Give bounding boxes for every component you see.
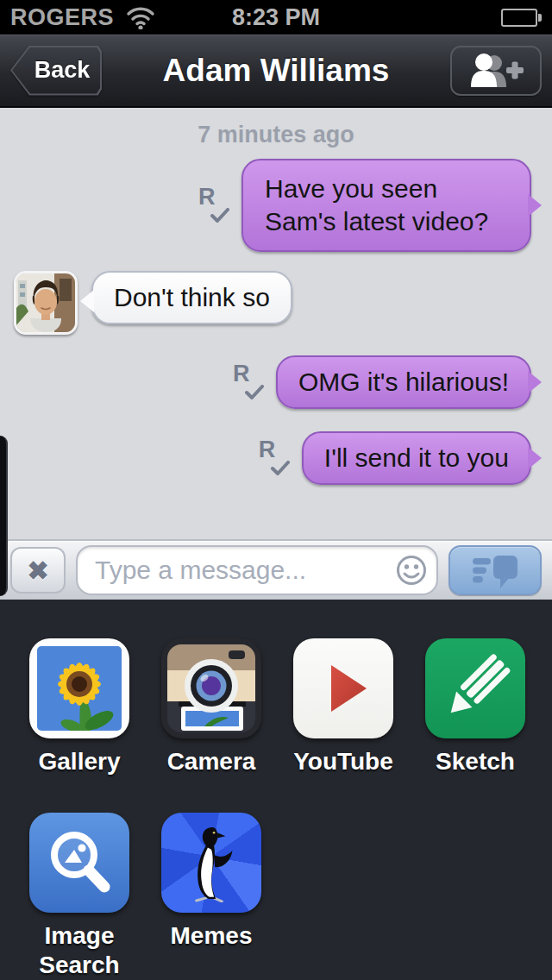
- memes-icon: [161, 813, 261, 913]
- side-panel-edge[interactable]: [0, 436, 8, 596]
- message-row-sent: R I'll send it to you: [0, 431, 552, 485]
- app-tile-sketch[interactable]: Sketch: [425, 638, 525, 776]
- message-row-sent: R Have you seen Sam's latest video?: [0, 159, 552, 252]
- app-label: Camera: [147, 747, 276, 776]
- app-label: Image Search: [15, 921, 144, 980]
- status-bar: ROGERS 8:23 PM: [0, 0, 552, 35]
- bubble-tail: [528, 194, 542, 217]
- message-bubble[interactable]: Don't think so: [91, 271, 292, 324]
- composer-bar: ✖: [0, 539, 552, 600]
- message-row-sent: R OMG it's hilarious!: [0, 355, 552, 409]
- sketch-icon: [425, 638, 525, 738]
- message-input-wrap: [76, 545, 438, 595]
- chat-bubble-icon: [470, 551, 520, 589]
- emoji-icon[interactable]: [395, 554, 428, 587]
- message-text: I'll send it to you: [324, 443, 509, 472]
- clock: 8:23 PM: [232, 4, 320, 31]
- back-button-label: Back: [34, 57, 91, 84]
- app-tile-gallery[interactable]: Gallery: [29, 638, 129, 776]
- close-icon: ✖: [27, 556, 48, 586]
- read-receipt-icon: R: [228, 361, 266, 404]
- read-receipt-icon: R: [254, 437, 292, 480]
- message-list: 7 minutes ago R Have you seen Sam's late…: [0, 108, 552, 539]
- message-text: Have you seen Sam's latest video?: [265, 174, 488, 236]
- message-text: Don't think so: [114, 283, 270, 311]
- bubble-tail: [528, 371, 542, 393]
- receipt-letter: R: [233, 361, 250, 387]
- back-button[interactable]: Back: [10, 46, 102, 96]
- carrier-label: ROGERS: [10, 4, 114, 31]
- message-bubble[interactable]: Have you seen Sam's latest video?: [242, 159, 531, 252]
- app-tray: Gallery: [0, 600, 552, 980]
- gallery-icon: [29, 638, 129, 738]
- app-tile-youtube[interactable]: YouTube: [293, 638, 393, 776]
- message-row-received: Don't think so: [0, 271, 552, 335]
- youtube-icon: [293, 638, 393, 738]
- app-label: Gallery: [15, 747, 144, 776]
- app-screen: ROGERS 8:23 PM Back Adam Williams: [0, 0, 552, 980]
- receipt-letter: R: [259, 437, 276, 463]
- app-label: Memes: [147, 921, 276, 951]
- conversation-title: Adam Williams: [163, 53, 390, 89]
- timestamp: 7 minutes ago: [0, 108, 552, 148]
- camera-icon: [161, 638, 261, 738]
- add-contact-button[interactable]: [450, 46, 542, 96]
- read-receipt-icon: R: [193, 184, 231, 227]
- message-bubble[interactable]: I'll send it to you: [302, 431, 531, 485]
- bubble-tail: [80, 290, 94, 312]
- app-tile-memes[interactable]: Memes: [161, 813, 261, 980]
- message-bubble[interactable]: OMG it's hilarious!: [276, 355, 531, 409]
- send-button[interactable]: [448, 545, 542, 595]
- app-tile-camera[interactable]: Camera: [161, 638, 261, 776]
- add-person-icon: [468, 53, 524, 89]
- image-search-icon: [29, 813, 129, 913]
- message-input[interactable]: [76, 545, 438, 595]
- avatar-photo: [16, 273, 75, 332]
- receipt-letter: R: [198, 184, 216, 210]
- close-tray-button[interactable]: ✖: [10, 547, 66, 594]
- app-label: YouTube: [279, 747, 408, 776]
- battery-icon: [501, 9, 542, 27]
- app-label: Sketch: [411, 747, 540, 776]
- nav-bar: Back Adam Williams: [0, 35, 552, 108]
- avatar[interactable]: [14, 271, 78, 335]
- back-button-face: Back: [12, 47, 100, 94]
- message-text: OMG it's hilarious!: [298, 368, 509, 396]
- wifi-icon: [126, 5, 155, 29]
- bubble-tail: [528, 447, 542, 469]
- app-tile-image-search[interactable]: Image Search: [29, 813, 129, 980]
